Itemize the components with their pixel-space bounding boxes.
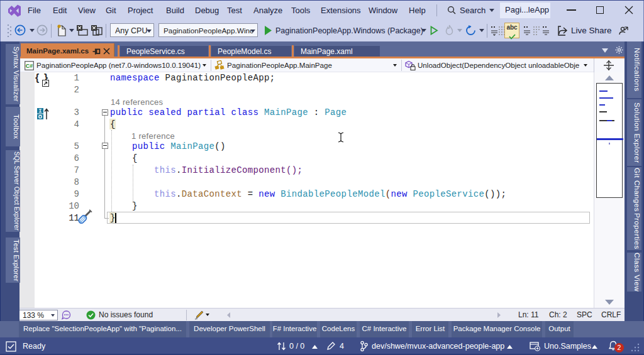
svg-text:C#: C# (26, 63, 33, 69)
